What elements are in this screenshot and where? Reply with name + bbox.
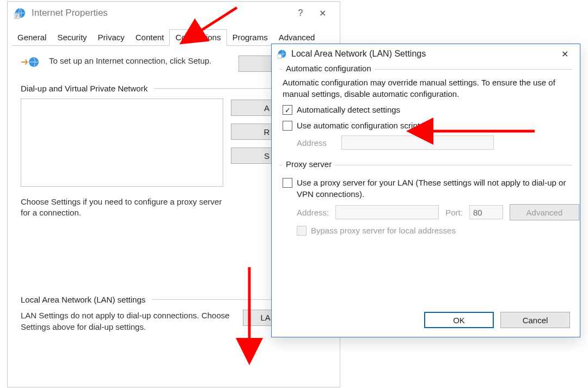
script-address-input[interactable] <box>341 136 494 150</box>
svg-rect-7 <box>277 54 281 58</box>
window-title: Internet Properties <box>32 8 108 19</box>
tab-privacy[interactable]: Privacy <box>93 30 130 45</box>
ok-button[interactable]: OK <box>424 312 494 328</box>
group-proxy-server: Proxy server Use a proxy server for your… <box>279 165 572 246</box>
lan-heading: Local Area Network (LAN) settings <box>21 295 145 304</box>
proxy-address-input[interactable] <box>335 205 439 219</box>
dialup-heading: Dial-up and Virtual Private Network <box>21 84 148 93</box>
use-script-label: Use automatic configuration script <box>297 120 420 131</box>
auto-config-description: Automatic configuration may override man… <box>283 77 569 100</box>
close-button[interactable]: ✕ <box>311 8 333 19</box>
tab-advanced[interactable]: Advanced <box>273 30 321 45</box>
group-legend: Automatic configuration <box>283 64 375 73</box>
help-button[interactable]: ? <box>290 8 311 18</box>
dialog-title: Local Area Network (LAN) Settings <box>291 49 426 59</box>
tab-content[interactable]: Content <box>130 30 170 45</box>
auto-detect-checkbox[interactable] <box>283 105 292 115</box>
proxy-address-label: Address: <box>297 207 329 218</box>
bypass-local-checkbox[interactable] <box>297 226 307 236</box>
lan-description: LAN Settings do not apply to dial-up con… <box>21 310 233 332</box>
tab-connections[interactable]: Connections <box>169 29 226 46</box>
advanced-button[interactable]: Advanced <box>510 204 579 220</box>
proxy-port-input[interactable] <box>469 205 503 219</box>
svg-rect-2 <box>15 15 19 15</box>
setup-arrow-icon <box>21 56 39 69</box>
tab-security[interactable]: Security <box>52 30 92 45</box>
internet-icon <box>14 7 26 19</box>
close-button[interactable]: ✕ <box>555 49 574 59</box>
svg-rect-3 <box>15 16 19 16</box>
titlebar: Internet Properties ? ✕ <box>8 2 340 24</box>
script-address-label: Address <box>297 137 335 149</box>
use-proxy-checkbox[interactable] <box>283 178 292 188</box>
use-proxy-label: Use a proxy server for your LAN (These s… <box>297 177 569 200</box>
cancel-button[interactable]: Cancel <box>500 312 570 328</box>
auto-detect-label: Automatically detect settings <box>297 104 400 115</box>
use-script-checkbox[interactable] <box>283 121 292 131</box>
group-legend: Proxy server <box>283 159 335 169</box>
dialup-listbox[interactable] <box>21 98 223 187</box>
tab-programs[interactable]: Programs <box>227 30 273 45</box>
bypass-local-label: Bypass proxy server for local addresses <box>311 225 456 236</box>
tab-general[interactable]: General <box>12 30 52 45</box>
proxy-port-label: Port: <box>445 207 463 218</box>
svg-rect-4 <box>15 17 17 17</box>
group-automatic-configuration: Automatic configuration Automatic config… <box>279 69 572 159</box>
internet-icon <box>277 49 287 59</box>
choose-settings-description: Choose Settings if you need to configure… <box>21 196 222 219</box>
titlebar: Local Area Network (LAN) Settings ✕ <box>272 44 580 64</box>
setup-description: To set up an Internet connection, click … <box>49 56 229 66</box>
lan-settings-window: Local Area Network (LAN) Settings ✕ Auto… <box>271 44 580 337</box>
